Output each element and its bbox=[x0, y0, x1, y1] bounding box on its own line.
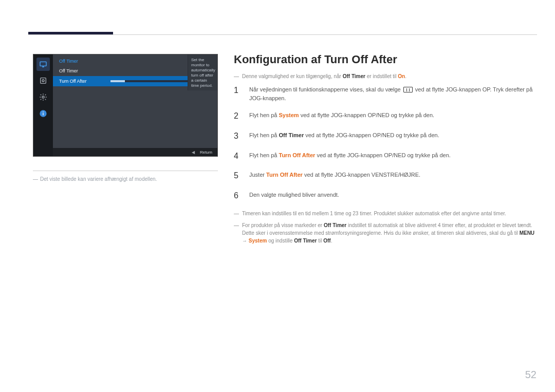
osd-row-label: Off Timer bbox=[59, 68, 105, 73]
step-3: 3 Flyt hen på Off Timer ved at flytte JO… bbox=[234, 130, 537, 143]
note-bold: Off Timer bbox=[343, 73, 365, 79]
step-text: Flyt hen på bbox=[249, 132, 279, 138]
menu-box-icon bbox=[403, 87, 413, 92]
step-number: 2 bbox=[234, 110, 241, 123]
osd-sidebar bbox=[33, 54, 53, 156]
note-text: er indstillet til bbox=[365, 73, 398, 79]
step-text: ved at flytte JOG-knappen VENSTRE/HØJRE. bbox=[303, 172, 420, 178]
step-orange: Turn Off After bbox=[266, 172, 303, 178]
osd-return-label: Return bbox=[200, 150, 212, 155]
main-content: Konfiguration af Turn Off After ― Denne … bbox=[234, 53, 537, 249]
svg-point-3 bbox=[42, 96, 44, 98]
note-bold: MENU bbox=[520, 230, 534, 236]
availability-note: ― Denne valgmulighed er kun tilgængelig,… bbox=[234, 72, 537, 80]
caption-text: Det viste billede kan variere afhængigt … bbox=[40, 176, 157, 182]
step-orange: System bbox=[279, 112, 299, 118]
info-icon bbox=[36, 107, 50, 120]
note-text: og indstille bbox=[267, 238, 294, 244]
step-text: Når vejledningen til funktionsknapperne … bbox=[249, 86, 402, 92]
osd-body: Off Timer Off Timer On Turn Off After 4h… bbox=[53, 54, 217, 156]
image-caption: ―Det viste billede kan variere afhængigt… bbox=[33, 171, 218, 182]
osd-footer: ◀ Return bbox=[53, 148, 217, 156]
step-number: 5 bbox=[234, 170, 241, 182]
step-text: Flyt hen på bbox=[249, 112, 279, 118]
note-bold: Off bbox=[323, 238, 330, 244]
svg-rect-5 bbox=[43, 113, 43, 116]
left-arrow-icon: ◀ bbox=[192, 150, 195, 155]
bottom-note-1: ― Timeren kan indstilles til en tid mell… bbox=[234, 210, 537, 217]
osd-slider-fill bbox=[110, 80, 125, 82]
note-bold: Off Timer bbox=[324, 222, 346, 228]
note-text: Timeren kan indstilles til en tid mellem… bbox=[242, 210, 537, 217]
step-number: 4 bbox=[234, 150, 241, 163]
svg-rect-0 bbox=[40, 62, 46, 66]
step-orange: Turn Off After bbox=[279, 152, 315, 158]
note-bold: Off Timer bbox=[294, 238, 317, 244]
osd-screenshot: Off Timer Off Timer On Turn Off After 4h… bbox=[33, 54, 218, 157]
bottom-note-2: ― For produkter på visse markeder er Off… bbox=[234, 221, 537, 245]
osd-row-label: Turn Off After bbox=[59, 79, 105, 84]
step-text: ved at flytte JOG-knappen OP/NED og tryk… bbox=[315, 152, 451, 158]
step-5: 5 Juster Turn Off After ved at flytte JO… bbox=[234, 170, 537, 182]
osd-hint-text: Set the monitor to automatically turn of… bbox=[188, 54, 217, 90]
header-divider bbox=[28, 34, 537, 35]
note-text: Denne valgmulighed er kun tilgængelig, n… bbox=[242, 73, 343, 79]
note-text: til bbox=[317, 238, 323, 244]
note-text: . bbox=[405, 73, 406, 79]
picture-icon bbox=[36, 74, 50, 87]
step-text: ved at flytte JOG-knappen OP/NED og tryk… bbox=[304, 132, 439, 138]
svg-rect-1 bbox=[41, 78, 46, 84]
step-number: 6 bbox=[234, 190, 241, 202]
step-number: 3 bbox=[234, 130, 241, 143]
step-bold: Off Timer bbox=[279, 132, 304, 138]
step-text: ved at flytte JOG-knappen OP/NED og tryk… bbox=[299, 112, 435, 118]
step-text: Den valgte mulighed bliver anvendt. bbox=[249, 192, 339, 198]
page-number: 52 bbox=[525, 369, 536, 381]
note-orange: On bbox=[398, 73, 405, 79]
osd-slider bbox=[110, 80, 190, 82]
step-text: Flyt hen på bbox=[249, 152, 279, 158]
note-text: For produkter på visse markeder er bbox=[242, 222, 324, 228]
step-number: 1 bbox=[234, 84, 241, 103]
note-text: . bbox=[331, 238, 332, 244]
steps-list: 1 Når vejledningen til funktionsknappern… bbox=[234, 84, 537, 202]
gear-icon bbox=[36, 90, 50, 104]
page-title: Konfiguration af Turn Off After bbox=[234, 53, 537, 66]
step-4: 4 Flyt hen på Turn Off After ved at flyt… bbox=[234, 150, 537, 163]
svg-point-2 bbox=[42, 80, 44, 82]
monitor-icon bbox=[36, 58, 50, 71]
step-2: 2 Flyt hen på System ved at flytte JOG-k… bbox=[234, 110, 537, 123]
svg-rect-6 bbox=[43, 111, 43, 112]
step-1: 1 Når vejledningen til funktionsknappern… bbox=[234, 84, 537, 103]
step-6: 6 Den valgte mulighed bliver anvendt. bbox=[234, 190, 537, 202]
note-orange: System bbox=[249, 238, 267, 244]
step-text: Juster bbox=[249, 172, 266, 178]
